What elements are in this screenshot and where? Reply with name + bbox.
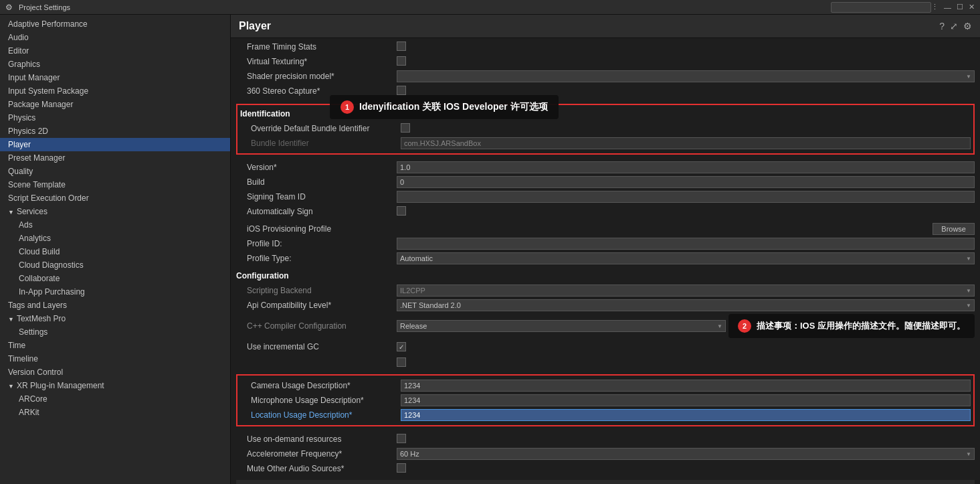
sidebar-item-arcore[interactable]: ARCore bbox=[0, 392, 230, 406]
sidebar-item-script-execution-order[interactable]: Script Execution Order bbox=[0, 191, 230, 205]
app-icon: ⚙ bbox=[5, 3, 15, 12]
dropdown-arrow-icon: ▼ bbox=[966, 288, 971, 294]
more-button[interactable]: ⋮ bbox=[931, 3, 939, 11]
sidebar-item-graphics[interactable]: Graphics bbox=[0, 58, 230, 71]
settings-icon[interactable]: ⚙ bbox=[963, 21, 972, 31]
auto-sign-checkbox[interactable] bbox=[397, 206, 406, 216]
cpp-compiler-dropdown[interactable]: Release ▼ bbox=[397, 320, 726, 332]
override-bundle-row: Override Default Bundle Identifier bbox=[240, 121, 971, 136]
sidebar-item-package-manager[interactable]: Package Manager bbox=[0, 98, 230, 111]
version-input[interactable] bbox=[397, 161, 975, 173]
accelerometer-label: Accelerometer Frequency* bbox=[236, 449, 397, 459]
profile-id-input[interactable] bbox=[397, 238, 975, 250]
on-demand-label: Use on-demand resources bbox=[236, 434, 397, 444]
sidebar-item-scene-template[interactable]: Scene Template bbox=[0, 178, 230, 191]
search-input[interactable] bbox=[831, 2, 931, 13]
help-icon[interactable]: ? bbox=[939, 21, 945, 31]
camera-usage-input[interactable] bbox=[401, 380, 971, 392]
dropdown-arrow-icon: ▼ bbox=[966, 74, 971, 80]
configuration-header: Configuration bbox=[236, 268, 975, 283]
scripting-backend-dropdown[interactable]: IL2CPP ▼ bbox=[397, 285, 975, 297]
sidebar-item-in-app-purchasing[interactable]: In-App Purchasing bbox=[0, 285, 230, 299]
microphone-usage-label: Microphone Usage Description* bbox=[240, 396, 401, 405]
ios-prov-label: iOS Provisioning Profile bbox=[236, 224, 397, 234]
version-group: Version* Build Signing Team ID Automatic… bbox=[236, 159, 975, 220]
mute-audio-checkbox[interactable] bbox=[397, 463, 406, 473]
sidebar-item-cloud-build[interactable]: Cloud Build bbox=[0, 245, 230, 258]
sidebar-item-editor[interactable]: Editor bbox=[0, 44, 230, 58]
sidebar-item-analytics[interactable]: Analytics bbox=[0, 232, 230, 245]
sidebar-item-textmesh-pro[interactable]: ▼TextMesh Pro bbox=[0, 312, 230, 325]
sidebar: Adaptive PerformanceAudioEditorGraphicsI… bbox=[0, 15, 231, 484]
sidebar-item-input-system-package[interactable]: Input System Package bbox=[0, 84, 230, 98]
auto-sign-row: Automatically Sign bbox=[236, 204, 975, 219]
frame-timing-label: Frame Timing Stats bbox=[236, 42, 397, 52]
bundle-identifier-row: Bundle Identifier bbox=[240, 136, 971, 151]
sidebar-item-physics-2d[interactable]: Physics 2D bbox=[0, 125, 230, 138]
sidebar-item-preset-manager[interactable]: Preset Manager bbox=[0, 151, 230, 165]
browse-button[interactable]: Browse bbox=[933, 223, 975, 235]
content-area: Player ? ⤢ ⚙ Frame Timing Stats Virtual … bbox=[231, 15, 980, 484]
build-row: Build bbox=[236, 175, 975, 189]
annotation-box-1: 1 Idenyification 关联 IOS Developer 许可选项 bbox=[330, 95, 559, 119]
bundle-identifier-label: Bundle Identifier bbox=[240, 139, 401, 148]
sidebar-item-services[interactable]: ▼Services bbox=[0, 205, 230, 218]
sidebar-item-version-control[interactable]: Version Control bbox=[0, 366, 230, 379]
on-demand-checkbox[interactable] bbox=[397, 434, 406, 443]
360-stereo-checkbox[interactable] bbox=[397, 86, 406, 95]
annotation-badge-2: 2 bbox=[738, 319, 751, 333]
shader-precision-dropdown[interactable]: ▼ bbox=[397, 70, 975, 82]
api-compat-row: Api Compatibility Level* .NET Standard 2… bbox=[236, 298, 975, 313]
sidebar-item-timeline[interactable]: Timeline bbox=[0, 352, 230, 366]
profile-type-label: Profile Type: bbox=[236, 254, 397, 263]
main-container: Adaptive PerformanceAudioEditorGraphicsI… bbox=[0, 15, 980, 484]
content-scroll[interactable]: Frame Timing Stats Virtual Texturing* Sh… bbox=[231, 38, 980, 484]
sidebar-item-quality[interactable]: Quality bbox=[0, 165, 230, 178]
virtual-texturing-checkbox[interactable] bbox=[397, 56, 406, 66]
frame-timing-checkbox[interactable] bbox=[397, 42, 406, 51]
annotation-text-1: Idenyification 关联 IOS Developer 许可选项 bbox=[359, 101, 548, 113]
close-button[interactable]: ✕ bbox=[969, 3, 975, 11]
dropdown-arrow-icon: ▼ bbox=[966, 451, 971, 457]
sidebar-item-input-manager[interactable]: Input Manager bbox=[0, 71, 230, 84]
build-input[interactable] bbox=[397, 176, 975, 188]
warning-row: ! Audio input from Bluetooth microphones… bbox=[236, 480, 975, 484]
sidebar-item-player[interactable]: Player bbox=[0, 138, 230, 151]
partial-row bbox=[236, 355, 975, 370]
sidebar-item-settings[interactable]: Settings bbox=[0, 325, 230, 339]
sidebar-item-time[interactable]: Time bbox=[0, 339, 230, 352]
cpp-compiler-row: C++ Compiler Configuration Release ▼ 2 描… bbox=[236, 313, 975, 339]
sidebar-item-adaptive-performance[interactable]: Adaptive Performance bbox=[0, 17, 230, 31]
camera-usage-row: Camera Usage Description* bbox=[240, 378, 971, 393]
partial-checkbox[interactable] bbox=[397, 357, 406, 367]
sidebar-item-arkit[interactable]: ARKit bbox=[0, 406, 230, 419]
sidebar-item-xr-plug-in-management[interactable]: ▼XR Plug-in Management bbox=[0, 379, 230, 392]
signing-team-input[interactable] bbox=[397, 191, 975, 203]
360-stereo-label: 360 Stereo Capture* bbox=[236, 86, 397, 96]
minimize-button[interactable]: — bbox=[944, 3, 951, 11]
top-settings-group: Frame Timing Stats Virtual Texturing* Sh… bbox=[236, 38, 975, 100]
microphone-usage-input[interactable] bbox=[401, 394, 971, 406]
profile-type-dropdown[interactable]: Automatic ▼ bbox=[397, 252, 975, 264]
incremental-gc-label: Use incremental GC bbox=[236, 342, 397, 351]
incremental-gc-checkbox[interactable] bbox=[397, 342, 406, 351]
content-header: Player ? ⤢ ⚙ bbox=[231, 15, 980, 38]
sidebar-item-ads[interactable]: Ads bbox=[0, 218, 230, 232]
sidebar-item-physics[interactable]: Physics bbox=[0, 111, 230, 125]
maximize-button[interactable]: ☐ bbox=[957, 3, 963, 11]
sidebar-item-cloud-diagnostics[interactable]: Cloud Diagnostics bbox=[0, 258, 230, 272]
dock-icon[interactable]: ⤢ bbox=[950, 21, 958, 31]
location-usage-input[interactable] bbox=[401, 409, 971, 421]
on-demand-row: Use on-demand resources bbox=[236, 432, 975, 447]
version-label: Version* bbox=[236, 163, 397, 172]
accelerometer-dropdown[interactable]: 60 Hz ▼ bbox=[397, 448, 975, 460]
location-usage-label: Location Usage Description* bbox=[240, 410, 401, 420]
sidebar-item-audio[interactable]: Audio bbox=[0, 31, 230, 44]
override-bundle-checkbox[interactable] bbox=[401, 123, 410, 133]
bundle-identifier-input[interactable] bbox=[401, 137, 971, 149]
ios-provisioning-group: iOS Provisioning Profile Browse Profile … bbox=[236, 220, 975, 267]
api-compat-dropdown[interactable]: .NET Standard 2.0 ▼ bbox=[397, 299, 975, 311]
sidebar-item-collaborate[interactable]: Collaborate bbox=[0, 272, 230, 285]
shader-precision-label: Shader precision model* bbox=[236, 72, 397, 81]
sidebar-item-tags-and-layers[interactable]: Tags and Layers bbox=[0, 299, 230, 312]
